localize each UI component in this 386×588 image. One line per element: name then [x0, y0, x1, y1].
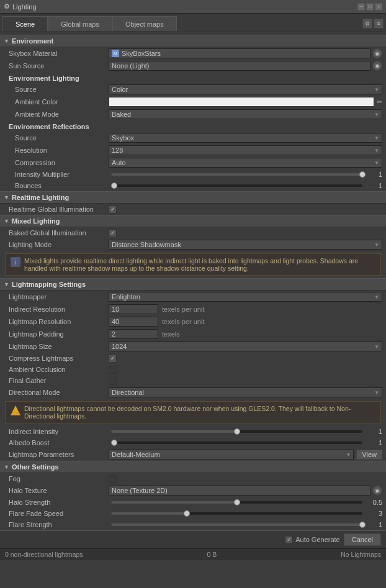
tab-global-maps[interactable]: Global maps — [48, 16, 112, 31]
halo-texture-label: Halo Texture — [6, 487, 109, 494]
lightmapper-dropdown[interactable]: Enlighten ▼ — [109, 292, 382, 302]
row-lightmap-size: Lightmap Size 1024 ▼ — [0, 340, 386, 353]
color-edit-icon[interactable]: ✏ — [377, 98, 382, 106]
refl-resolution-arrow: ▼ — [374, 148, 379, 153]
indirect-intensity-label: Indirect Intensity — [6, 428, 109, 435]
sun-source-label: Sun Source — [6, 62, 109, 70]
skybox-material-value: SkyBoxStars — [122, 50, 161, 57]
lighting-mode-dropdown[interactable]: Distance Shadowmask ▼ — [109, 240, 382, 250]
refl-compression-arrow: ▼ — [374, 160, 379, 166]
row-compress-lightmaps: Compress Lightmaps ✓ — [0, 353, 386, 364]
env-source-dropdown[interactable]: Color ▼ — [109, 84, 382, 94]
section-mixed-lighting[interactable]: ▼ Mixed Lighting — [0, 215, 386, 227]
halo-strength-value: 0.5 — [365, 499, 382, 506]
halo-strength-slider[interactable] — [111, 501, 362, 504]
minimize-button[interactable]: ─ — [357, 3, 365, 11]
skybox-material-field[interactable]: M SkyBoxStars — [109, 48, 370, 58]
mixed-warning-text: Mixed lights provide realtime direct lig… — [24, 257, 375, 272]
lightmap-padding-unit: texels — [162, 330, 180, 338]
ambient-mode-dropdown[interactable]: Baked ▼ — [109, 109, 382, 119]
refl-compression-dropdown[interactable]: Auto ▼ — [109, 158, 382, 168]
row-lightmap-resolution: Lightmap Resolution texels per unit — [0, 315, 386, 328]
ambient-occlusion-label: Ambient Occlusion — [6, 366, 109, 373]
final-gather-checkbox[interactable] — [109, 377, 117, 385]
directional-warning-text: Directional lightmaps cannot be decoded … — [24, 405, 375, 420]
realtime-label: Realtime Lighting — [12, 194, 69, 201]
view-button[interactable]: View — [356, 450, 382, 459]
fog-checkbox[interactable] — [109, 475, 117, 483]
indirect-resolution-unit: texels per unit — [162, 305, 204, 313]
baked-gi-checkbox[interactable]: ✓ — [109, 229, 117, 237]
lightmap-params-dropdown[interactable]: Default-Medium ▼ — [109, 450, 354, 459]
menu-icon[interactable]: ≡ — [374, 19, 384, 29]
settings-icon[interactable]: ⚙ — [362, 19, 372, 29]
ambient-mode-arrow: ▼ — [374, 112, 379, 117]
row-env-lighting-header: Environment Lighting — [0, 72, 386, 83]
info-icon: i — [11, 257, 20, 267]
row-lighting-mode: Lighting Mode Distance Shadowmask ▼ — [0, 238, 386, 251]
ambient-color-swatch[interactable] — [109, 97, 374, 107]
skybox-material-label: Skybox Material — [6, 50, 109, 57]
realtime-gi-checkbox[interactable]: ✓ — [109, 206, 117, 214]
tab-object-maps[interactable]: Object maps — [112, 16, 177, 31]
section-environment[interactable]: ▼ Environment — [0, 35, 386, 47]
row-refl-source: Source Skybox ▼ — [0, 132, 386, 144]
ambient-occlusion-checkbox[interactable] — [109, 366, 117, 374]
intensity-slider[interactable] — [111, 173, 362, 176]
sun-source-value: None (Light) — [112, 62, 150, 70]
auto-generate-checkbox[interactable]: ✓ — [285, 536, 293, 544]
tab-scene[interactable]: Scene — [2, 16, 48, 31]
bounces-slider[interactable] — [111, 184, 362, 187]
flare-fade-speed-slider[interactable] — [111, 512, 362, 515]
lightmap-resolution-input[interactable] — [109, 317, 158, 327]
row-albedo-boost: Albedo Boost 1 — [0, 437, 386, 448]
directional-warning: Directional lightmaps cannot be decoded … — [5, 401, 381, 423]
lightmapping-label: Lightmapping Settings — [12, 281, 86, 288]
lightmap-count: 0 non-directional lightmaps — [5, 551, 83, 558]
halo-strength-label: Halo Strength — [6, 499, 109, 506]
directional-mode-label: Directional Mode — [6, 389, 109, 396]
lightmapping-arrow: ▼ — [4, 281, 9, 287]
refl-source-dropdown[interactable]: Skybox ▼ — [109, 133, 382, 143]
lightmapper-label: Lightmapper — [6, 293, 109, 301]
compress-lightmaps-checkbox[interactable]: ✓ — [109, 355, 117, 363]
compress-lightmaps-label: Compress Lightmaps — [6, 355, 109, 362]
lightmap-padding-input[interactable] — [109, 329, 158, 339]
skybox-material-picker[interactable]: ◉ — [372, 48, 382, 58]
halo-texture-field[interactable]: None (Texture 2D) — [109, 486, 370, 495]
sun-source-picker[interactable]: ◉ — [372, 61, 382, 71]
close-button[interactable]: × — [375, 3, 382, 11]
albedo-boost-slider[interactable] — [111, 441, 362, 444]
directional-mode-dropdown[interactable]: Directional ▼ — [109, 387, 382, 397]
section-other-settings[interactable]: ▼ Other Settings — [0, 461, 386, 473]
env-source-value: Color — [112, 86, 128, 93]
indirect-intensity-slider[interactable] — [111, 430, 362, 433]
lightmap-size: 0 B — [207, 551, 217, 558]
row-ambient-occlusion: Ambient Occlusion — [0, 364, 386, 375]
lightmapper-arrow: ▼ — [374, 294, 379, 300]
row-baked-gi: Baked Global Illumination ✓ — [0, 227, 386, 238]
ambient-mode-label: Ambient Mode — [6, 111, 109, 118]
environment-label: Environment — [12, 37, 53, 45]
warning-icon — [11, 405, 20, 415]
restore-button[interactable]: □ — [366, 3, 374, 11]
bounces-label: Bounces — [6, 182, 109, 189]
section-lightmapping[interactable]: ▼ Lightmapping Settings — [0, 278, 386, 291]
title-bar: ⚙ Lighting ─ □ × — [0, 0, 386, 14]
row-realtime-gi: Realtime Global Illumination ✓ — [0, 204, 386, 215]
lightmap-size-dropdown[interactable]: 1024 ▼ — [109, 341, 382, 351]
flare-strength-slider[interactable] — [111, 523, 362, 526]
tabs-bar: Scene Global maps Object maps ⚙ ≡ — [0, 14, 386, 32]
lighting-mode-arrow: ▼ — [374, 242, 379, 248]
fog-label: Fog — [6, 475, 109, 482]
indirect-resolution-input[interactable] — [109, 304, 158, 314]
section-realtime-lighting[interactable]: ▼ Realtime Lighting — [0, 191, 386, 204]
refl-resolution-dropdown[interactable]: 128 ▼ — [109, 145, 382, 155]
albedo-boost-value: 1 — [365, 439, 382, 446]
realtime-arrow: ▼ — [4, 194, 9, 201]
sun-source-field[interactable]: None (Light) — [109, 61, 370, 71]
cancel-button[interactable]: Cancel — [344, 533, 381, 546]
halo-texture-picker[interactable]: ◉ — [372, 486, 382, 495]
auto-generate-label: Auto Generate — [295, 536, 340, 543]
final-gather-label: Final Gather — [6, 377, 109, 384]
